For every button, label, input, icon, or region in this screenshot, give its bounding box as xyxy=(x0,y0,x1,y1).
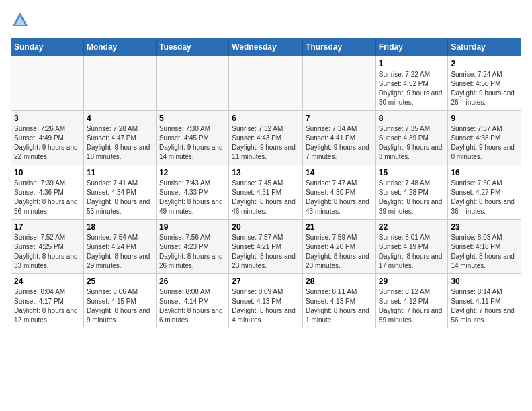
day-info: Sunrise: 7:37 AM Sunset: 4:38 PM Dayligh… xyxy=(451,124,518,162)
calendar-table: SundayMondayTuesdayWednesdayThursdayFrid… xyxy=(11,38,521,328)
day-info: Sunrise: 8:08 AM Sunset: 4:14 PM Dayligh… xyxy=(159,287,226,325)
weekday-header: Wednesday xyxy=(229,38,303,56)
calendar-cell: 13Sunrise: 7:45 AM Sunset: 4:31 PM Dayli… xyxy=(229,165,303,220)
day-number: 20 xyxy=(232,222,300,232)
day-info: Sunrise: 8:11 AM Sunset: 4:13 PM Dayligh… xyxy=(306,287,373,325)
day-info: Sunrise: 7:47 AM Sunset: 4:30 PM Dayligh… xyxy=(306,179,373,216)
weekday-header: Tuesday xyxy=(156,38,228,56)
day-number: 21 xyxy=(306,222,373,232)
day-number: 25 xyxy=(87,277,153,286)
calendar-cell: 12Sunrise: 7:43 AM Sunset: 4:33 PM Dayli… xyxy=(156,165,228,220)
calendar-cell: 16Sunrise: 7:50 AM Sunset: 4:27 PM Dayli… xyxy=(448,165,521,220)
day-info: Sunrise: 7:34 AM Sunset: 4:41 PM Dayligh… xyxy=(306,124,373,162)
day-info: Sunrise: 7:41 AM Sunset: 4:34 PM Dayligh… xyxy=(87,179,153,216)
calendar-cell xyxy=(11,56,84,111)
day-info: Sunrise: 7:54 AM Sunset: 4:24 PM Dayligh… xyxy=(87,233,153,271)
calendar-cell: 7Sunrise: 7:34 AM Sunset: 4:41 PM Daylig… xyxy=(303,111,376,165)
day-info: Sunrise: 8:06 AM Sunset: 4:15 PM Dayligh… xyxy=(87,287,153,325)
calendar-cell: 26Sunrise: 8:08 AM Sunset: 4:14 PM Dayli… xyxy=(156,274,228,328)
calendar-cell: 5Sunrise: 7:30 AM Sunset: 4:45 PM Daylig… xyxy=(156,111,228,165)
calendar-cell: 2Sunrise: 7:24 AM Sunset: 4:50 PM Daylig… xyxy=(448,56,521,111)
day-info: Sunrise: 7:30 AM Sunset: 4:45 PM Dayligh… xyxy=(159,124,226,162)
day-info: Sunrise: 7:43 AM Sunset: 4:33 PM Dayligh… xyxy=(159,179,226,216)
day-info: Sunrise: 7:22 AM Sunset: 4:52 PM Dayligh… xyxy=(379,70,445,107)
day-number: 29 xyxy=(379,277,445,286)
calendar-cell: 23Sunrise: 8:03 AM Sunset: 4:18 PM Dayli… xyxy=(448,220,521,274)
calendar-cell: 14Sunrise: 7:47 AM Sunset: 4:30 PM Dayli… xyxy=(303,165,376,220)
calendar-cell xyxy=(229,56,303,111)
weekday-header: Monday xyxy=(83,38,156,56)
calendar-cell: 1Sunrise: 7:22 AM Sunset: 4:52 PM Daylig… xyxy=(375,56,448,111)
day-info: Sunrise: 7:48 AM Sunset: 4:28 PM Dayligh… xyxy=(379,179,445,216)
calendar-cell: 27Sunrise: 8:09 AM Sunset: 4:13 PM Dayli… xyxy=(229,274,303,328)
day-number: 19 xyxy=(159,222,226,232)
calendar-cell: 8Sunrise: 7:35 AM Sunset: 4:39 PM Daylig… xyxy=(375,111,448,165)
day-info: Sunrise: 7:56 AM Sunset: 4:23 PM Dayligh… xyxy=(159,233,226,271)
day-number: 24 xyxy=(14,277,81,286)
day-info: Sunrise: 7:59 AM Sunset: 4:20 PM Dayligh… xyxy=(306,233,373,271)
day-info: Sunrise: 8:14 AM Sunset: 4:11 PM Dayligh… xyxy=(451,287,518,325)
day-number: 3 xyxy=(14,113,81,123)
day-number: 2 xyxy=(451,59,518,68)
day-info: Sunrise: 7:52 AM Sunset: 4:25 PM Dayligh… xyxy=(14,233,81,271)
calendar-week-row: 3Sunrise: 7:26 AM Sunset: 4:49 PM Daylig… xyxy=(11,111,521,165)
calendar-cell: 30Sunrise: 8:14 AM Sunset: 4:11 PM Dayli… xyxy=(448,274,521,328)
day-info: Sunrise: 7:45 AM Sunset: 4:31 PM Dayligh… xyxy=(232,179,300,216)
weekday-header: Friday xyxy=(375,38,448,56)
logo-icon xyxy=(11,11,30,30)
calendar-cell: 9Sunrise: 7:37 AM Sunset: 4:38 PM Daylig… xyxy=(448,111,521,165)
day-number: 15 xyxy=(379,168,445,177)
day-number: 22 xyxy=(379,222,445,232)
calendar-cell: 3Sunrise: 7:26 AM Sunset: 4:49 PM Daylig… xyxy=(11,111,84,165)
day-info: Sunrise: 8:09 AM Sunset: 4:13 PM Dayligh… xyxy=(232,287,300,325)
calendar-cell: 6Sunrise: 7:32 AM Sunset: 4:43 PM Daylig… xyxy=(229,111,303,165)
day-number: 18 xyxy=(87,222,153,232)
day-info: Sunrise: 7:57 AM Sunset: 4:21 PM Dayligh… xyxy=(232,233,300,271)
calendar-cell: 4Sunrise: 7:28 AM Sunset: 4:47 PM Daylig… xyxy=(83,111,156,165)
day-info: Sunrise: 7:28 AM Sunset: 4:47 PM Dayligh… xyxy=(87,124,153,162)
calendar-cell: 25Sunrise: 8:06 AM Sunset: 4:15 PM Dayli… xyxy=(83,274,156,328)
logo xyxy=(11,11,32,30)
day-number: 5 xyxy=(159,113,226,123)
day-number: 11 xyxy=(87,168,153,177)
calendar-cell: 15Sunrise: 7:48 AM Sunset: 4:28 PM Dayli… xyxy=(375,165,448,220)
calendar-cell: 22Sunrise: 8:01 AM Sunset: 4:19 PM Dayli… xyxy=(375,220,448,274)
day-number: 1 xyxy=(379,59,445,68)
day-info: Sunrise: 8:01 AM Sunset: 4:19 PM Dayligh… xyxy=(379,233,445,271)
calendar-cell: 18Sunrise: 7:54 AM Sunset: 4:24 PM Dayli… xyxy=(83,220,156,274)
calendar-week-row: 24Sunrise: 8:04 AM Sunset: 4:17 PM Dayli… xyxy=(11,274,521,328)
day-number: 16 xyxy=(451,168,518,177)
day-info: Sunrise: 7:32 AM Sunset: 4:43 PM Dayligh… xyxy=(232,124,300,162)
calendar-cell: 21Sunrise: 7:59 AM Sunset: 4:20 PM Dayli… xyxy=(303,220,376,274)
day-info: Sunrise: 7:35 AM Sunset: 4:39 PM Dayligh… xyxy=(379,124,445,162)
day-number: 23 xyxy=(451,222,518,232)
day-number: 17 xyxy=(14,222,81,232)
calendar-cell: 11Sunrise: 7:41 AM Sunset: 4:34 PM Dayli… xyxy=(83,165,156,220)
calendar-cell: 28Sunrise: 8:11 AM Sunset: 4:13 PM Dayli… xyxy=(303,274,376,328)
calendar-cell: 17Sunrise: 7:52 AM Sunset: 4:25 PM Dayli… xyxy=(11,220,84,274)
calendar-cell: 10Sunrise: 7:39 AM Sunset: 4:36 PM Dayli… xyxy=(11,165,84,220)
calendar-week-row: 10Sunrise: 7:39 AM Sunset: 4:36 PM Dayli… xyxy=(11,165,521,220)
day-info: Sunrise: 7:24 AM Sunset: 4:50 PM Dayligh… xyxy=(451,70,518,107)
calendar-week-row: 17Sunrise: 7:52 AM Sunset: 4:25 PM Dayli… xyxy=(11,220,521,274)
day-number: 28 xyxy=(306,277,373,286)
calendar-cell: 24Sunrise: 8:04 AM Sunset: 4:17 PM Dayli… xyxy=(11,274,84,328)
calendar-week-row: 1Sunrise: 7:22 AM Sunset: 4:52 PM Daylig… xyxy=(11,56,521,111)
day-number: 13 xyxy=(232,168,300,177)
calendar-cell: 20Sunrise: 7:57 AM Sunset: 4:21 PM Dayli… xyxy=(229,220,303,274)
day-number: 12 xyxy=(159,168,226,177)
weekday-header: Thursday xyxy=(303,38,376,56)
weekday-header-row: SundayMondayTuesdayWednesdayThursdayFrid… xyxy=(11,38,521,56)
day-number: 10 xyxy=(14,168,81,177)
calendar-cell xyxy=(83,56,156,111)
day-number: 4 xyxy=(87,113,153,123)
day-number: 14 xyxy=(306,168,373,177)
day-info: Sunrise: 8:04 AM Sunset: 4:17 PM Dayligh… xyxy=(14,287,81,325)
day-number: 8 xyxy=(379,113,445,123)
weekday-header: Sunday xyxy=(11,38,84,56)
calendar-cell xyxy=(303,56,376,111)
day-number: 9 xyxy=(451,113,518,123)
day-info: Sunrise: 8:03 AM Sunset: 4:18 PM Dayligh… xyxy=(451,233,518,271)
day-info: Sunrise: 7:39 AM Sunset: 4:36 PM Dayligh… xyxy=(14,179,81,216)
day-number: 27 xyxy=(232,277,300,286)
